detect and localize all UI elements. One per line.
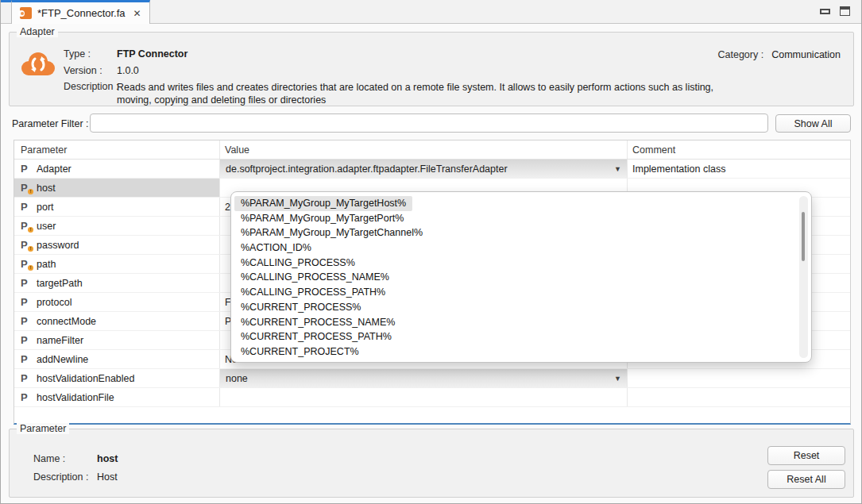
adapter-class-combobox[interactable]: de.softproject.integration.adapter.ftpad… — [220, 160, 627, 178]
ftp-connector-editor: *FTP_Connector.fa ✕ Adapter Type : FTP C… — [0, 0, 862, 504]
popup-item[interactable]: %ACTION_ID% — [234, 240, 795, 256]
popup-item[interactable]: %CALLING_PROCESS_PATH% — [234, 285, 795, 300]
minimize-icon[interactable] — [820, 9, 830, 14]
description-label: Description : — [64, 81, 118, 92]
popup-item[interactable]: %CALLING_PROCESS_NAME% — [234, 270, 795, 285]
popup-scrollbar-thumb[interactable] — [802, 212, 805, 261]
detail-description-value: Host — [97, 471, 118, 483]
parameter-icon: P — [21, 296, 32, 308]
parameter-warning-icon: P! — [21, 182, 32, 194]
warning-badge-icon: ! — [28, 246, 33, 252]
parameter-detail-group-label: Parameter — [17, 423, 69, 434]
adapter-group: Adapter Type : FTP Connector Version : 1… — [9, 32, 854, 106]
parameter-icon: P — [21, 334, 32, 346]
warning-badge-icon: ! — [28, 227, 33, 233]
detail-name-label: Name : — [33, 453, 65, 464]
category-label: Category : — [717, 49, 763, 60]
host-validation-combobox[interactable]: none▼ — [220, 369, 627, 387]
parameter-warning-icon: P! — [21, 258, 32, 270]
dropdown-arrow-icon[interactable]: ▼ — [614, 165, 621, 173]
popup-item[interactable]: %PARAM_MyGroup_MyTargetPort% — [234, 211, 795, 226]
parameter-icon: P — [21, 201, 32, 213]
detail-description-label: Description : — [33, 471, 88, 483]
popup-item[interactable]: %CURRENT_PROCESS_PATH% — [234, 329, 795, 344]
popup-item[interactable]: %PARAM_MyGroup_MyTargetChannel% — [234, 225, 795, 240]
adapter-cloud-icon — [19, 50, 57, 79]
table-header-row: Parameter Value Comment — [14, 140, 850, 160]
parameter-icon: P — [21, 315, 32, 327]
popup-scrollbar[interactable] — [799, 196, 808, 358]
parameter-warning-icon: P! — [21, 220, 32, 232]
popup-item[interactable]: %CALLING_PROCESS% — [234, 256, 795, 271]
popup-item[interactable]: %CURRENT_PROCESS% — [234, 300, 795, 315]
parameter-icon: P — [21, 353, 32, 365]
table-row-hostvalidationfile[interactable]: PhostValidationFile — [14, 388, 850, 407]
parameter-icon: P — [21, 163, 32, 175]
warning-badge-icon: ! — [28, 189, 33, 194]
show-all-button[interactable]: Show All — [775, 114, 851, 133]
type-label: Type : — [64, 48, 91, 60]
tab-title: *FTP_Connector.fa — [37, 7, 126, 19]
popup-item[interactable]: %CURRENT_PROCESS_NAME% — [234, 315, 795, 330]
reset-button[interactable]: Reset — [767, 446, 845, 465]
column-header-comment: Comment — [628, 140, 850, 159]
popup-item[interactable]: %PARAM_MyGroup_MyTargetHost% — [234, 196, 412, 211]
warning-badge-icon: ! — [28, 265, 33, 271]
table-row-adapter[interactable]: PAdapter de.softproject.integration.adap… — [14, 160, 850, 179]
version-value: 1.0.0 — [117, 65, 139, 76]
dropdown-arrow-icon[interactable]: ▼ — [614, 375, 621, 383]
column-header-parameter: Parameter — [14, 140, 220, 159]
description-value: Reads and writes files and creates direc… — [117, 81, 727, 106]
tab-ftp-connector[interactable]: *FTP_Connector.fa ✕ — [11, 0, 150, 24]
parameter-detail-group: Parameter Name : host Description : Host… — [9, 429, 854, 498]
parameter-icon: P — [21, 372, 32, 384]
reset-all-button[interactable]: Reset All — [767, 470, 845, 489]
parameter-icon: P — [21, 277, 32, 289]
adapter-file-icon — [20, 7, 32, 19]
close-icon[interactable]: ✕ — [133, 8, 141, 19]
popup-item[interactable]: %CURRENT_PROJECT% — [234, 344, 795, 360]
parameter-icon: P — [21, 391, 32, 403]
editor-tab-bar: *FTP_Connector.fa ✕ — [1, 0, 861, 24]
category-value: Communication — [771, 49, 841, 60]
type-value: FTP Connector — [117, 48, 187, 60]
column-header-value: Value — [220, 140, 628, 159]
version-label: Version : — [64, 65, 102, 76]
parameter-filter-label: Parameter Filter : — [12, 118, 89, 129]
table-row-hostvalidationenabled[interactable]: PhostValidationEnabled none▼ — [14, 369, 850, 388]
value-suggestion-popup: %PARAM_MyGroup_MyTargetHost% %PARAM_MyGr… — [230, 191, 812, 363]
parameter-filter-input[interactable] — [90, 113, 768, 133]
parameter-warning-icon: P! — [21, 239, 32, 251]
detail-name-value: host — [97, 453, 118, 464]
maximize-icon[interactable] — [840, 6, 850, 16]
adapter-group-label: Adapter — [17, 26, 58, 37]
